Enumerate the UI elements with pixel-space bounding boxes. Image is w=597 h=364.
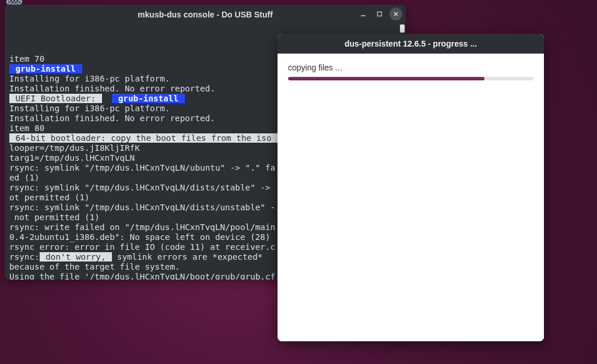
maximize-button[interactable] [373,8,386,20]
maximize-icon [377,11,382,17]
progress-bar [288,77,533,80]
console-title: mkusb-dus console - Do USB Stuff [138,10,273,19]
progress-window: dus-persistent 12.6.5 - progress ... cop… [278,34,544,341]
console-titlebar[interactable]: mkusb-dus console - Do USB Stuff [5,5,406,24]
progress-title: dus-persistent 12.6.5 - progress ... [345,39,477,48]
progress-label: copying files ... [288,63,533,72]
progress-body: copying files ... [278,54,544,341]
console-scrollbar-thumb[interactable] [400,24,405,33]
progress-titlebar[interactable]: dus-persistent 12.6.5 - progress ... [278,34,544,54]
minimize-icon [360,11,366,17]
close-button[interactable] [389,8,402,20]
minimize-button[interactable] [357,8,370,20]
close-icon [393,11,399,17]
svg-rect-1 [378,12,382,16]
progress-bar-fill [288,77,484,80]
window-controls [357,8,402,20]
